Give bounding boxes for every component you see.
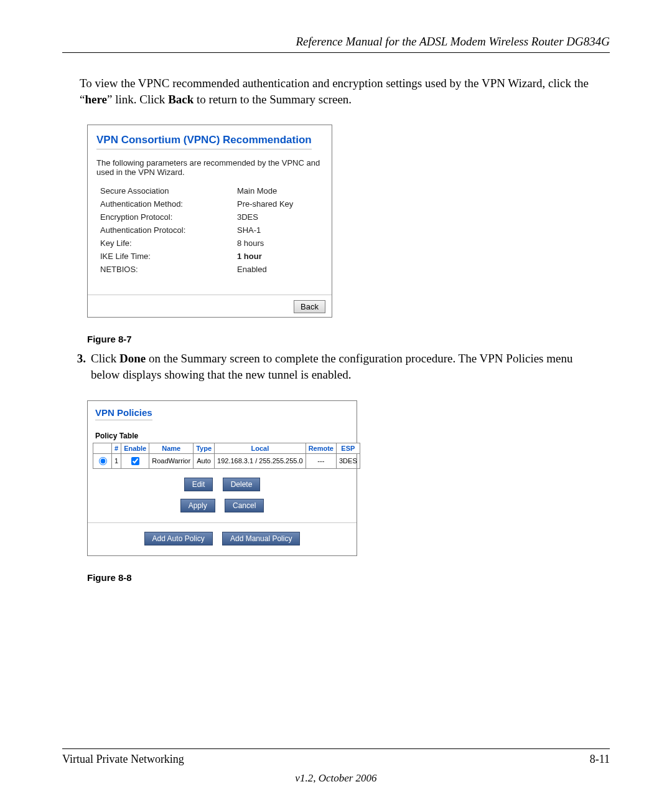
cell-num: 1: [112, 453, 121, 468]
param-row: Encryption Protocol:3DES: [100, 210, 323, 224]
col-type: Type: [194, 443, 215, 453]
vpnc-param-table: Secure AssociationMain Mode Authenticati…: [88, 181, 332, 295]
col-name: Name: [149, 443, 194, 453]
step3-text-2: on the Summary screen to complete the co…: [91, 352, 572, 381]
step-3: 3. Click Done on the Summary screen to c…: [62, 351, 610, 382]
footer-right: 8-11: [590, 753, 610, 766]
cell-remote: ---: [306, 453, 336, 468]
cancel-button[interactable]: Cancel: [225, 499, 264, 512]
edit-button[interactable]: Edit: [184, 478, 213, 491]
param-row: Authentication Method:Pre-shared Key: [100, 197, 323, 210]
param-row: Authentication Protocol:SHA-1: [100, 224, 323, 237]
step-marker: 3.: [62, 351, 91, 382]
page-header: Reference Manual for the ADSL Modem Wire…: [62, 35, 610, 53]
page-footer: Virtual Private Networking 8-11 v1.2, Oc…: [62, 748, 610, 785]
param-row: IKE Life Time:1 hour: [100, 250, 323, 263]
col-remote: Remote: [306, 443, 336, 453]
vpnc-panel-desc: The following parameters are recommended…: [88, 149, 332, 181]
param-row: Secure AssociationMain Mode: [100, 184, 323, 197]
delete-button[interactable]: Delete: [223, 478, 261, 491]
here-link-text: here: [85, 93, 107, 106]
add-auto-policy-button[interactable]: Add Auto Policy: [144, 532, 213, 545]
intro-paragraph: To view the VPNC recommended authenticat…: [80, 75, 604, 107]
cell-local: 192.168.3.1 / 255.255.255.0: [215, 453, 306, 468]
table-row: 1 RoadWarrior Auto 192.168.3.1 / 255.255…: [93, 453, 360, 468]
cell-type: Auto: [194, 453, 215, 468]
back-text: Back: [168, 93, 194, 106]
figure-caption-2: Figure 8-8: [87, 572, 610, 583]
vpn-policies-title: VPN Policies: [95, 407, 152, 420]
param-row: Key Life:8 hours: [100, 237, 323, 250]
intro-text-3: to return to the Summary screen.: [194, 93, 352, 106]
add-manual-policy-button[interactable]: Add Manual Policy: [222, 532, 300, 545]
row-select-radio[interactable]: [99, 457, 107, 465]
col-enable: Enable: [121, 443, 149, 453]
param-row: NETBIOS:Enabled: [100, 263, 323, 276]
vpn-policies-panel: VPN Policies Policy Table # Enable Name …: [87, 400, 357, 556]
intro-text-2: ” link. Click: [107, 93, 168, 106]
footer-left: Virtual Private Networking: [62, 753, 184, 766]
step3-text-1: Click: [91, 352, 119, 365]
col-num: #: [112, 443, 121, 453]
policy-table-label: Policy Table: [88, 420, 357, 441]
apply-button[interactable]: Apply: [180, 499, 215, 512]
cell-esp: 3DES: [336, 453, 360, 468]
cell-name: RoadWarrior: [149, 453, 194, 468]
policy-table: # Enable Name Type Local Remote ESP 1 Ro…: [93, 443, 360, 469]
done-text: Done: [119, 352, 146, 365]
col-esp: ESP: [336, 443, 360, 453]
back-button[interactable]: Back: [294, 300, 325, 313]
vpnc-panel-title: VPN Consortium (VPNC) Recommendation: [96, 134, 312, 149]
vpnc-panel: VPN Consortium (VPNC) Recommendation The…: [87, 125, 332, 318]
row-enable-checkbox[interactable]: [131, 457, 139, 465]
col-select: [93, 443, 112, 453]
col-local: Local: [215, 443, 306, 453]
footer-version: v1.2, October 2006: [62, 772, 610, 785]
figure-caption-1: Figure 8-7: [87, 334, 610, 344]
